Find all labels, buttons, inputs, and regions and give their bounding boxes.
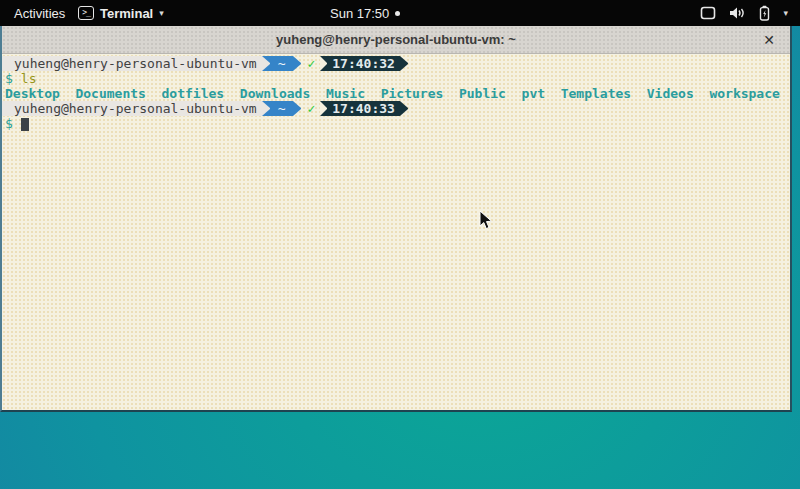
prompt-timestamp: 17:40:32 [327, 56, 400, 71]
notification-dot [395, 11, 400, 16]
prompt-line-1: yuheng@henry-personal-ubuntu-vm ~ ✓ 17:4… [2, 56, 790, 71]
chevron-down-icon: ▾ [159, 8, 164, 18]
terminal-icon: >_ [78, 6, 94, 20]
system-tray-menu[interactable]: ▾ [700, 5, 788, 21]
app-menu-terminal[interactable]: >_ Terminal ▾ [78, 6, 164, 21]
volume-icon [729, 6, 746, 20]
prompt-symbol: $ [2, 116, 13, 131]
terminal-content[interactable]: yuheng@henry-personal-ubuntu-vm ~ ✓ 17:4… [2, 54, 790, 410]
clock-label: Sun 17:50 [330, 6, 389, 21]
powerline-arrow-icon [293, 56, 301, 71]
clock-menu[interactable]: Sun 17:50 [330, 6, 400, 21]
prompt-cwd: ~ [270, 101, 294, 116]
command-line: $ls [2, 71, 790, 86]
prompt-symbol: $ [2, 71, 13, 86]
ls-output: Desktop Documents dotfiles Downloads Mus… [2, 86, 790, 101]
powerline-arrow-icon [400, 56, 408, 71]
terminal-window: yuheng@henry-personal-ubuntu-vm: ~ ✕ yuh… [0, 26, 792, 412]
typed-command: ls [21, 71, 37, 86]
display-icon [700, 6, 716, 20]
prompt-timestamp: 17:40:33 [327, 101, 400, 116]
powerline-arrow-icon [262, 101, 270, 116]
window-title: yuheng@henry-personal-ubuntu-vm: ~ [276, 32, 516, 47]
app-menu-label: Terminal [100, 6, 153, 21]
powerline-arrow-icon [293, 101, 301, 116]
status-check-icon: ✓ [307, 56, 315, 71]
powerline-arrow-icon [400, 101, 408, 116]
status-check-icon: ✓ [307, 101, 315, 116]
text-cursor [21, 118, 29, 131]
prompt-userhost: yuheng@henry-personal-ubuntu-vm [2, 101, 262, 116]
battery-charging-icon [759, 5, 770, 21]
prompt-cwd: ~ [270, 56, 294, 71]
powerline-arrow-icon [320, 101, 327, 116]
prompt-userhost: yuheng@henry-personal-ubuntu-vm [2, 56, 262, 71]
prompt-line-2: yuheng@henry-personal-ubuntu-vm ~ ✓ 17:4… [2, 101, 790, 116]
powerline-arrow-icon [262, 56, 270, 71]
window-titlebar[interactable]: yuheng@henry-personal-ubuntu-vm: ~ ✕ [2, 26, 790, 54]
tray-chevron-down-icon: ▾ [783, 8, 788, 18]
close-button[interactable]: ✕ [758, 29, 780, 51]
activities-button[interactable]: Activities [10, 6, 69, 21]
input-line: $ [2, 116, 790, 131]
top-bar: Activities >_ Terminal ▾ Sun 17:50 ▾ [0, 0, 800, 26]
mouse-pointer-icon [479, 210, 493, 231]
powerline-arrow-icon [320, 56, 327, 71]
